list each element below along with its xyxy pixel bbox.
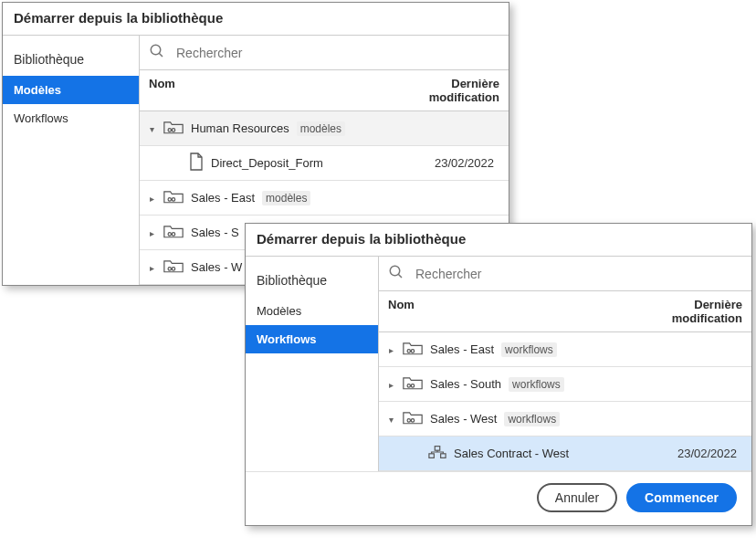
svg-point-7 xyxy=(172,233,174,236)
svg-line-1 xyxy=(159,53,163,57)
column-headers: Nom Dernière modification xyxy=(379,290,751,332)
svg-point-6 xyxy=(168,233,171,236)
svg-point-17 xyxy=(411,419,414,422)
folder-shared-icon xyxy=(163,258,184,277)
column-headers: Nom Dernière modification xyxy=(140,69,509,111)
svg-point-13 xyxy=(411,350,414,352)
dialog-footer: Annuler Commencer xyxy=(246,471,751,525)
folder-label: Sales - W xyxy=(191,260,242,274)
svg-point-5 xyxy=(172,198,174,201)
workflow-label: Sales Contract - West xyxy=(454,447,569,460)
svg-point-14 xyxy=(407,384,410,387)
svg-point-10 xyxy=(390,266,400,276)
svg-rect-18 xyxy=(435,447,439,451)
sidebar: Bibliothèque Modèles Workflows xyxy=(3,36,140,285)
folder-row-hr[interactable]: ▾ Human Resources modèles xyxy=(140,111,509,146)
folder-shared-icon xyxy=(403,409,423,428)
file-row-direct-deposit[interactable]: Direct_Deposit_Form 23/02/2022 xyxy=(140,146,509,181)
search-row xyxy=(379,257,751,290)
cell-date: 23/02/2022 xyxy=(373,156,501,170)
col-name[interactable]: Nom xyxy=(140,70,372,110)
folder-label: Sales - East xyxy=(191,191,255,205)
chevron-right-icon[interactable]: ▸ xyxy=(386,345,395,354)
chevron-down-icon[interactable]: ▾ xyxy=(147,124,156,133)
folder-suffix: workflows xyxy=(509,377,564,392)
folder-shared-icon xyxy=(163,188,184,207)
folder-label: Sales - West xyxy=(430,412,497,426)
folder-suffix: modèles xyxy=(262,191,310,205)
spacer xyxy=(173,159,182,168)
svg-rect-20 xyxy=(441,454,446,458)
folder-suffix: workflows xyxy=(504,412,560,426)
sidebar: Bibliothèque Modèles Workflows xyxy=(246,257,379,471)
svg-point-12 xyxy=(407,350,410,352)
svg-point-0 xyxy=(151,45,161,55)
svg-rect-19 xyxy=(429,454,434,458)
folder-label: Human Resources xyxy=(191,121,289,135)
sidebar-item-models[interactable]: Modèles xyxy=(246,297,378,325)
folder-shared-icon xyxy=(163,223,184,242)
sidebar-item-label: Modèles xyxy=(14,83,61,97)
cancel-button[interactable]: Annuler xyxy=(537,483,617,512)
chevron-right-icon[interactable]: ▸ xyxy=(386,380,395,389)
chevron-right-icon[interactable]: ▸ xyxy=(147,194,156,203)
sidebar-heading: Bibliothèque xyxy=(246,264,378,297)
svg-line-11 xyxy=(398,274,402,278)
sidebar-item-workflows[interactable]: Workflows xyxy=(246,325,378,353)
dialog-title: Démarrer depuis la bibliothèque xyxy=(246,224,751,256)
folder-label: Sales - East xyxy=(430,342,494,356)
folder-label: Sales - South xyxy=(430,377,501,391)
workflow-row-sales-contract-west[interactable]: Sales Contract - West 23/02/2022 xyxy=(379,437,751,471)
folder-row-sales-east[interactable]: ▸ Sales - East workflows xyxy=(379,332,751,367)
svg-point-9 xyxy=(172,268,174,270)
chevron-down-icon[interactable]: ▾ xyxy=(386,415,395,424)
start-button[interactable]: Commencer xyxy=(626,483,737,512)
col-modified[interactable]: Dernière modification xyxy=(614,291,751,331)
library-dialog-workflows: Démarrer depuis la bibliothèque Biblioth… xyxy=(245,223,752,526)
sidebar-item-workflows[interactable]: Workflows xyxy=(3,104,139,132)
sidebar-heading: Bibliothèque xyxy=(3,43,139,76)
chevron-right-icon[interactable]: ▸ xyxy=(147,228,156,237)
folder-suffix: workflows xyxy=(501,342,557,357)
svg-point-8 xyxy=(168,268,171,270)
folder-row-sales-south[interactable]: ▸ Sales - South workflows xyxy=(379,367,751,402)
col-name[interactable]: Nom xyxy=(379,291,614,331)
folder-row-sales-west[interactable]: ▾ Sales - West workflows xyxy=(379,402,751,437)
search-input[interactable] xyxy=(174,45,499,61)
svg-point-15 xyxy=(411,384,414,387)
svg-point-2 xyxy=(168,129,171,131)
cell-date: 23/02/2022 xyxy=(616,447,744,460)
dialog-title: Démarrer depuis la bibliothèque xyxy=(3,3,509,35)
main-area: Nom Dernière modification ▸ Sales - East… xyxy=(379,257,751,471)
workflow-icon xyxy=(428,445,446,462)
folder-shared-icon xyxy=(403,374,423,394)
folder-shared-icon xyxy=(163,119,184,138)
sidebar-item-label: Workflows xyxy=(14,111,68,125)
sidebar-item-models[interactable]: Modèles xyxy=(3,76,139,104)
chevron-right-icon[interactable]: ▸ xyxy=(147,263,156,272)
svg-point-3 xyxy=(172,129,174,131)
folder-row-sales-east[interactable]: ▸ Sales - East modèles xyxy=(140,181,509,216)
search-input[interactable] xyxy=(414,266,742,282)
file-label: Direct_Deposit_Form xyxy=(211,156,323,170)
sidebar-item-label: Workflows xyxy=(257,332,317,346)
svg-point-16 xyxy=(407,419,410,422)
sidebar-item-label: Modèles xyxy=(257,304,301,318)
document-icon xyxy=(189,153,204,174)
spacer xyxy=(412,449,421,458)
svg-point-4 xyxy=(168,198,171,201)
folder-shared-icon xyxy=(403,340,423,359)
folder-suffix: modèles xyxy=(297,121,345,136)
dialog-body: Bibliothèque Modèles Workflows Nom Derni… xyxy=(246,256,751,471)
folder-label: Sales - S xyxy=(191,226,239,239)
search-icon xyxy=(149,43,165,62)
search-row xyxy=(140,36,509,69)
search-icon xyxy=(388,264,404,283)
col-modified[interactable]: Dernière modification xyxy=(372,70,509,110)
